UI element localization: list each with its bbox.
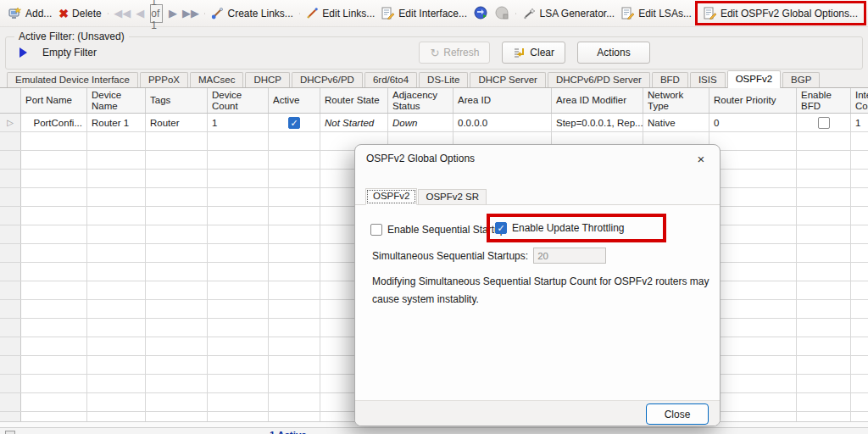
empty-cell[interactable] [851,244,868,262]
row-selector-cell[interactable]: ▷ [0,114,21,131]
close-button[interactable]: Close [646,403,709,425]
empty-cell[interactable] [146,132,208,150]
empty-cell[interactable] [269,188,320,206]
empty-cell[interactable] [709,356,797,374]
column-header-device-name[interactable]: Device Name [87,88,146,113]
empty-cell[interactable] [709,281,797,299]
row-selector-cell[interactable] [0,225,21,243]
empty-cell[interactable] [797,170,851,187]
tab-dhcpv6-pd[interactable]: DHCPv6/PD [292,72,363,88]
empty-cell[interactable] [709,188,797,206]
tab-macsec[interactable]: MACsec [190,72,243,88]
previous-record-button[interactable]: ◀ [133,5,147,21]
column-header-selector[interactable] [0,88,21,113]
empty-cell[interactable] [208,170,269,187]
cell-network-type[interactable]: Native [643,114,709,131]
empty-cell[interactable] [87,151,146,169]
empty-cell[interactable] [21,263,87,281]
empty-cell[interactable] [208,244,269,262]
empty-cell[interactable] [709,244,797,262]
enable-bfd-checkbox[interactable] [818,117,830,129]
empty-cell[interactable] [851,207,868,225]
tab-dhcp[interactable]: DHCP [245,72,290,88]
empty-cell[interactable] [87,281,146,299]
empty-cell[interactable] [21,170,87,187]
empty-cell[interactable] [709,375,797,392]
empty-cell[interactable] [851,375,868,392]
empty-cell[interactable] [87,225,146,243]
empty-cell[interactable] [269,356,320,374]
empty-cell[interactable] [797,263,851,281]
empty-cell[interactable] [797,412,851,421]
row-selector-cell[interactable] [0,337,21,355]
empty-cell[interactable] [797,225,851,243]
empty-cell[interactable] [208,281,269,299]
row-selector-cell[interactable] [0,393,21,411]
empty-cell[interactable] [87,188,146,206]
empty-cell[interactable] [87,263,146,281]
empty-cell[interactable] [146,207,208,225]
empty-cell[interactable] [797,188,851,206]
empty-cell[interactable] [269,281,320,299]
enable-update-throttling-checkbox[interactable]: ✓ [495,222,507,234]
cell-adjacency-status[interactable]: Down [388,114,453,131]
empty-cell[interactable] [208,412,269,421]
empty-cell[interactable] [269,337,320,355]
disable-devices-button[interactable] [492,3,513,23]
empty-cell[interactable] [797,132,851,150]
empty-cell[interactable] [146,225,208,243]
empty-cell[interactable] [208,188,269,206]
column-header-network-type[interactable]: Network Type [643,88,709,113]
empty-cell[interactable] [851,170,868,187]
edit-lsas-button[interactable]: Edit LSAs... [618,4,695,22]
empty-cell[interactable] [146,300,208,318]
empty-cell[interactable] [269,207,320,225]
cell-port-name[interactable]: PortConfi... [21,114,87,131]
empty-cell[interactable] [87,207,146,225]
clear-button[interactable]: Clear [502,42,565,64]
empty-cell[interactable] [21,244,87,262]
dialog-tab-ospfv2-sr[interactable]: OSPFv2 SR [418,189,487,205]
empty-cell[interactable] [269,244,320,262]
empty-cell[interactable] [269,225,320,243]
dialog-close-icon[interactable]: × [688,149,714,168]
enable-sequential-startup-checkbox[interactable] [370,224,382,236]
empty-cell[interactable] [208,375,269,392]
tab-ospfv2[interactable]: OSPFv2 [727,70,781,88]
cell-router-state[interactable]: Not Started [320,114,388,131]
empty-cell[interactable] [851,393,868,411]
empty-cell[interactable] [797,337,851,355]
empty-cell[interactable] [87,337,146,355]
empty-cell[interactable] [797,393,851,411]
empty-cell[interactable] [709,170,797,187]
next-record-button[interactable]: ▶ [166,5,180,21]
row-selector-cell[interactable] [0,244,21,262]
empty-cell[interactable] [146,188,208,206]
column-header-router-state[interactable]: Router State [320,88,388,113]
column-header-adjacency-status[interactable]: Adjacency Status [388,88,453,113]
tab-dhcp-server[interactable]: DHCP Server [470,72,545,88]
empty-cell[interactable] [21,319,87,337]
empty-cell[interactable] [269,170,320,187]
empty-cell[interactable] [797,151,851,169]
empty-cell[interactable] [269,393,320,411]
cell-router-priority[interactable]: 0 [709,114,797,131]
empty-cell[interactable] [709,393,797,411]
empty-cell[interactable] [146,337,208,355]
empty-cell[interactable] [21,188,87,206]
empty-cell[interactable] [851,412,868,421]
empty-cell[interactable] [797,375,851,392]
empty-cell[interactable] [87,170,146,187]
tab-pppox[interactable]: PPPoX [140,72,188,88]
empty-cell[interactable] [146,412,208,421]
cell-device-count[interactable]: 1 [208,114,269,131]
empty-cell[interactable] [208,225,269,243]
dialog-tab-ospfv2[interactable]: OSPFv2 [365,188,417,205]
empty-cell[interactable] [146,170,208,187]
row-selector-cell[interactable] [0,132,21,150]
column-header-active[interactable]: Active [269,88,320,113]
first-record-button[interactable]: ◀◀ [111,5,133,21]
empty-cell[interactable] [208,151,269,169]
table-row-router1[interactable]: ▷ PortConfi... Router 1 Router 1 ✓ Not S… [0,114,868,132]
empty-cell[interactable] [21,281,87,299]
